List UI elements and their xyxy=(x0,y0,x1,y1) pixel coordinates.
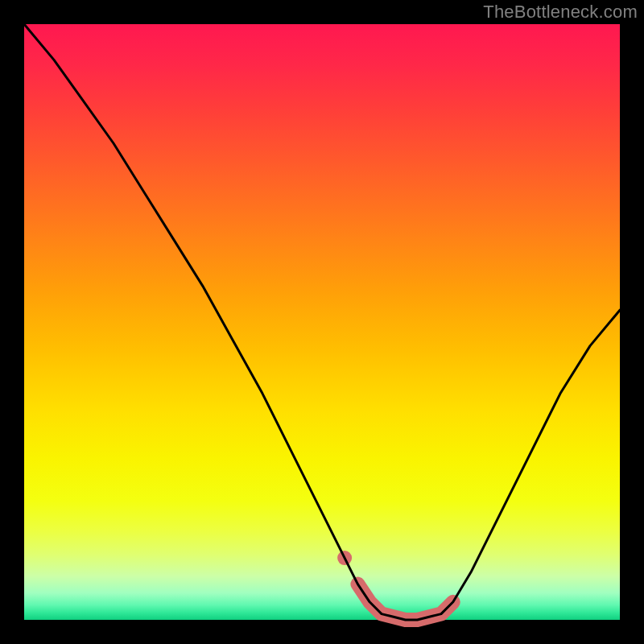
chart-container: TheBottleneck.com xyxy=(0,0,644,644)
bottleneck-chart xyxy=(0,0,644,644)
gradient-background xyxy=(24,24,620,620)
watermark-text: TheBottleneck.com xyxy=(483,2,638,23)
